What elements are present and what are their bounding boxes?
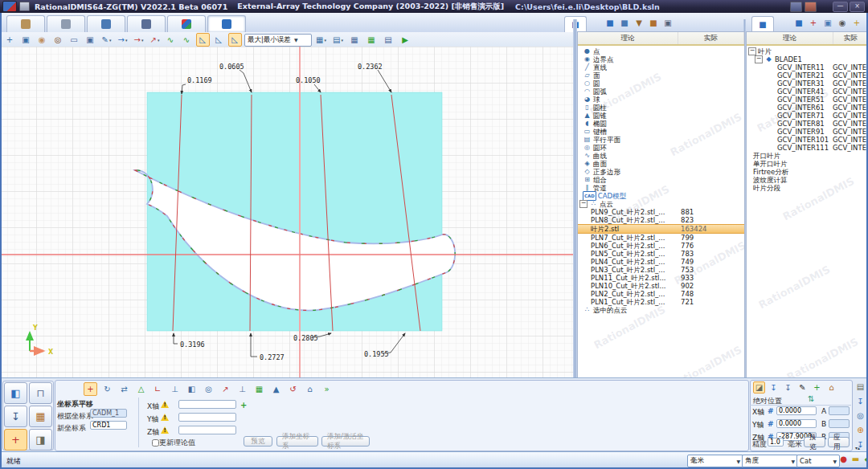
feature-type-row[interactable]: ▭ 键槽 [583, 128, 744, 136]
feature-type-row[interactable]: ╱ 直线 [583, 63, 744, 71]
home-icon[interactable]: ⌂ [825, 381, 837, 394]
gcv-section-row[interactable]: GCV_INTER21GCV_INTER21 [747, 71, 868, 80]
lock-icon[interactable]: # [768, 407, 774, 415]
layout-icon[interactable] [790, 2, 802, 12]
position-value-input[interactable] [776, 406, 817, 415]
coordinate-mode-button[interactable]: + [4, 429, 27, 451]
gcv-section-row[interactable]: GCV_INTER71GCV_INTER71 [747, 112, 868, 120]
pointcloud-row[interactable]: PLN2_Cut_叶片2.stl_...748 [578, 290, 744, 298]
ribbon-tab[interactable] [47, 15, 85, 32]
path-red2-icon[interactable]: ↗▾ [148, 33, 162, 47]
pointcloud-root-row[interactable]: − ∴ 点云 [578, 200, 744, 208]
feature-type-row[interactable]: ◠ 圆弧 [583, 88, 744, 96]
probe-angle-icon[interactable]: ↧ [782, 381, 794, 394]
blade-analysis-row[interactable]: 波纹度计算 [747, 176, 868, 184]
edit-path-icon[interactable]: ✎▾ [100, 33, 113, 47]
export-icon[interactable]: ▶ [399, 33, 412, 47]
table-icon[interactable]: ▦ [348, 33, 362, 47]
path-red-icon[interactable]: →▾ [132, 33, 145, 47]
ribbon-tab[interactable] [167, 15, 206, 32]
gcv-section-row[interactable]: GCV_INTER51GCV_INTER51 [747, 96, 868, 104]
feature-type-row[interactable]: ∥ 管道 [583, 184, 744, 192]
pointcloud-row-selected[interactable]: 叶片2.stl 163424 [578, 224, 744, 234]
collapse-icon[interactable]: − [579, 200, 588, 208]
save-report-icon[interactable]: ▤▾ [331, 33, 345, 47]
feature-type-row[interactable]: ◉ 边界点 [583, 55, 744, 63]
cs-rotate-axis-icon[interactable]: ↺ [286, 382, 300, 396]
status-ball-icon[interactable]: ● [838, 455, 849, 463]
display-mode-icon[interactable]: ▣ [84, 33, 97, 47]
angle-input[interactable] [829, 419, 850, 428]
camera-icon[interactable]: ◉ [837, 18, 848, 27]
report-side-icon[interactable]: ▤ [854, 381, 866, 393]
gcv-section-row[interactable]: GCV_INTER11GCV_INTER11 [747, 63, 868, 71]
scroll-arrows[interactable]: ▾▴ [855, 445, 860, 451]
gcv-section-row[interactable]: GCV_INTER61GCV_INTER61 [747, 104, 868, 112]
blade-analysis-row[interactable]: 开口叶片 [747, 152, 868, 160]
cs-misc-icon[interactable]: » [320, 382, 334, 396]
section-plane-icon[interactable]: ◺ [212, 33, 226, 47]
theory-column-header[interactable]: 理论 [747, 32, 833, 44]
precision-input[interactable] [768, 438, 784, 447]
cs-offset-icon[interactable]: ↗ [219, 382, 232, 396]
new-cs-input[interactable] [90, 421, 127, 430]
probe-mode-button[interactable]: ↧ [4, 406, 27, 427]
cs-matrix-icon[interactable]: ◎ [202, 382, 215, 396]
pointcloud-row[interactable]: PLN1_Cut_叶片2.stl_...721 [578, 298, 744, 306]
add-value-icon[interactable]: + [240, 401, 247, 410]
elements-icon[interactable]: ■ [619, 18, 630, 27]
feature-type-row[interactable]: ○ 圆 [583, 80, 744, 88]
cs-level-icon[interactable]: ▲ [269, 382, 283, 396]
ribbon-tab[interactable] [127, 15, 166, 32]
hammer-icon[interactable]: ◪ [753, 381, 765, 394]
pan-view-icon[interactable]: + [3, 33, 17, 47]
section-view-icon[interactable]: ◺ [196, 33, 210, 47]
cs-bestfit-icon[interactable]: △ [134, 382, 148, 396]
position-preview-button[interactable]: 预览 [804, 437, 825, 447]
pointcloud-row[interactable]: PLN9_Cut_叶片2.stl_...881 [578, 208, 744, 216]
add-probe-icon[interactable]: + [811, 381, 823, 394]
angle-input[interactable] [829, 406, 850, 415]
ribbon-tab[interactable] [6, 15, 45, 32]
elements-tab-icon[interactable]: ■ [604, 18, 616, 27]
cs-321-icon[interactable]: ⊥ [235, 382, 249, 396]
cs-axis-icon[interactable]: ∟ [151, 382, 165, 396]
quick-access-icon[interactable] [19, 2, 30, 11]
feature-type-row[interactable]: ◎ 圆环 [583, 144, 744, 152]
gcv-section-row[interactable]: GCV_INTER41GCV_INTER41 [747, 88, 868, 96]
z-offset-input[interactable] [178, 426, 236, 434]
cs-gold-icon[interactable]: + [851, 18, 862, 27]
apply-button[interactable]: 应用 [828, 437, 850, 447]
preview-button[interactable]: 预览 [244, 436, 272, 447]
base-cs-input[interactable] [90, 409, 127, 418]
group-icon[interactable]: ■ [648, 18, 659, 27]
update-theory-checkbox[interactable] [152, 439, 159, 447]
actual-column-header[interactable]: 实际 [678, 32, 744, 44]
cs-plane-axis-icon[interactable]: ⊥ [168, 382, 182, 396]
zoom-window-icon[interactable]: ▣ [19, 33, 33, 47]
pointcloud-row[interactable]: PLN11_Cut_叶片2.stl...933 [578, 274, 744, 282]
blade-tab-icon[interactable]: ■ [793, 18, 805, 27]
x-offset-input[interactable] [178, 400, 236, 409]
pointcloud-row[interactable]: PLN10_Cut_叶片2.stl...902 [578, 282, 744, 290]
gcv-section-row[interactable]: GCV_INTER101GCV_INTER101 [747, 136, 868, 144]
selected-pointcloud-row[interactable]: ∴ 选中的点云 [578, 306, 744, 314]
feature-type-row[interactable]: ▱ 面 [583, 71, 744, 80]
blade-analysis-row[interactable]: Firtree分析 [747, 168, 868, 176]
app-icon[interactable] [2, 1, 17, 12]
cs-swap-axes-icon[interactable]: ⇄ [117, 382, 131, 396]
unit-length-dropdown[interactable]: 毫米▼ [687, 455, 743, 467]
add-cs-button[interactable]: 添加坐标系 [276, 436, 318, 447]
feature-type-row[interactable]: ◇ 正多边形 [583, 168, 744, 176]
unit-angle-dropdown[interactable]: 角度▼ [742, 455, 798, 467]
search-side-icon[interactable]: ◎ [854, 410, 866, 422]
curve-fit-icon[interactable]: ∿ [164, 33, 178, 47]
pointcloud-row[interactable]: PLN5_Cut_叶片2.stl_...783 [578, 250, 744, 258]
gcv-section-row[interactable]: GCV_INTER81GCV_INTER81 [747, 120, 868, 128]
gcv-section-row[interactable]: GCV_INTER111GCV_INTER111 [747, 144, 868, 152]
error-mode-dropdown[interactable]: 最大|最小误差▼ [244, 34, 312, 47]
blade-analysis-row[interactable]: 单开口叶片 [747, 160, 868, 168]
cs-cube-icon[interactable]: ◧ [185, 382, 199, 396]
feature-type-row[interactable]: ◖ 椭圆 [583, 120, 744, 128]
position-value-input[interactable] [776, 419, 817, 428]
